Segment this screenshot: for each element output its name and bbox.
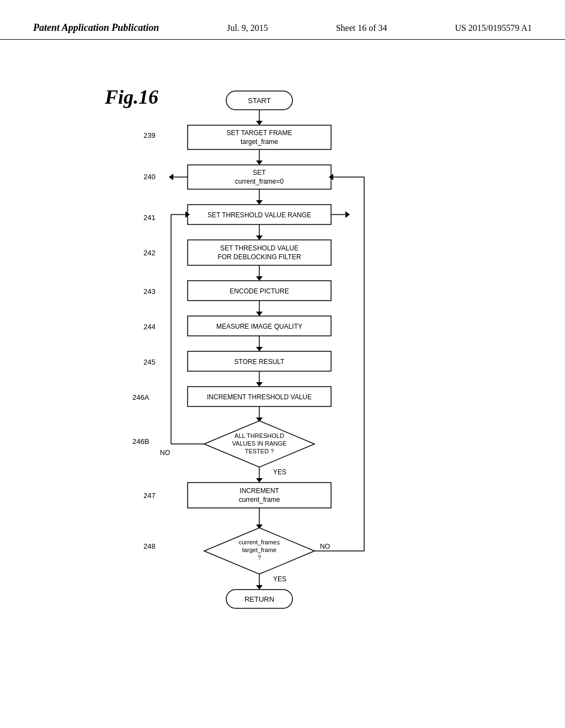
- page: Patent Application Publication Jul. 9, 2…: [0, 0, 565, 728]
- step-246A: INCREMENT THRESHOLD VALUE: [207, 393, 312, 401]
- flowchart-svg: START 239 SET TARGET FRAME target_frame …: [77, 85, 486, 692]
- header: Patent Application Publication Jul. 9, 2…: [0, 0, 565, 40]
- publication-label: Patent Application Publication: [33, 22, 159, 34]
- svg-marker-27: [256, 382, 263, 387]
- sheet-label: Sheet 16 of 34: [336, 23, 387, 33]
- svg-marker-13: [345, 211, 350, 218]
- patent-number: US 2015/0195579 A1: [455, 23, 532, 33]
- label-244: 244: [143, 323, 156, 331]
- step-239-line1: SET TARGET FRAME: [226, 129, 292, 137]
- svg-marker-2: [256, 121, 263, 125]
- label-246B: 246B: [132, 437, 149, 446]
- svg-rect-16: [188, 240, 331, 265]
- svg-marker-10: [256, 200, 263, 205]
- svg-rect-38: [188, 483, 331, 508]
- yes-248-label: YES: [273, 575, 286, 583]
- date-label: Jul. 9, 2015: [227, 23, 268, 33]
- label-241: 241: [143, 213, 156, 222]
- step-241: SET THRESHOLD VALUE RANGE: [207, 211, 311, 219]
- yes-246B-label: YES: [273, 468, 286, 476]
- svg-marker-37: [256, 478, 263, 483]
- label-248: 248: [143, 542, 156, 550]
- label-246A: 246A: [132, 393, 150, 402]
- step-243: ENCODE PICTURE: [230, 287, 289, 295]
- label-243: 243: [143, 287, 156, 296]
- svg-marker-5: [256, 160, 263, 165]
- step-240-line2: current_frame=0: [235, 178, 284, 185]
- step-247-line2: current_frame: [239, 496, 280, 504]
- step-248-line2: target_frame: [242, 547, 276, 553]
- step-248-line1: current_frame≤: [239, 539, 280, 545]
- no-248-label: NO: [320, 543, 330, 550]
- step-246B-line1: ALL THRESHOLD: [234, 432, 284, 439]
- return-text: RETURN: [244, 595, 274, 603]
- step-239-line2: target_frame: [241, 138, 278, 146]
- step-246B-line3: TESTED ?: [245, 448, 274, 454]
- svg-marker-8: [169, 174, 173, 180]
- step-247-line1: INCREMENT: [239, 487, 279, 495]
- svg-marker-21: [256, 312, 263, 316]
- no-246B-label: NO: [160, 449, 170, 457]
- label-247: 247: [143, 491, 156, 500]
- step-244: MEASURE IMAGE QUALITY: [216, 323, 302, 330]
- label-245: 245: [143, 358, 156, 366]
- flowchart-container: START 239 SET TARGET FRAME target_frame …: [77, 85, 486, 692]
- step-245: STORE RESULT: [234, 358, 285, 366]
- step-246B-line2: VALUES IN RANGE: [232, 440, 287, 447]
- svg-marker-47: [256, 585, 263, 590]
- svg-marker-15: [256, 235, 263, 240]
- label-239: 239: [143, 131, 156, 140]
- label-240: 240: [143, 173, 156, 181]
- step-242-line1: SET THRESHOLD VALUE: [220, 244, 299, 252]
- svg-marker-24: [256, 347, 263, 351]
- label-242: 242: [143, 249, 156, 257]
- step-248-line3: ?: [258, 554, 261, 561]
- step-242-line2: FOR DEBLOCKING FILTER: [217, 253, 301, 261]
- step-240-line1: SET: [253, 169, 266, 176]
- start-text: START: [248, 97, 270, 105]
- svg-marker-18: [256, 276, 263, 281]
